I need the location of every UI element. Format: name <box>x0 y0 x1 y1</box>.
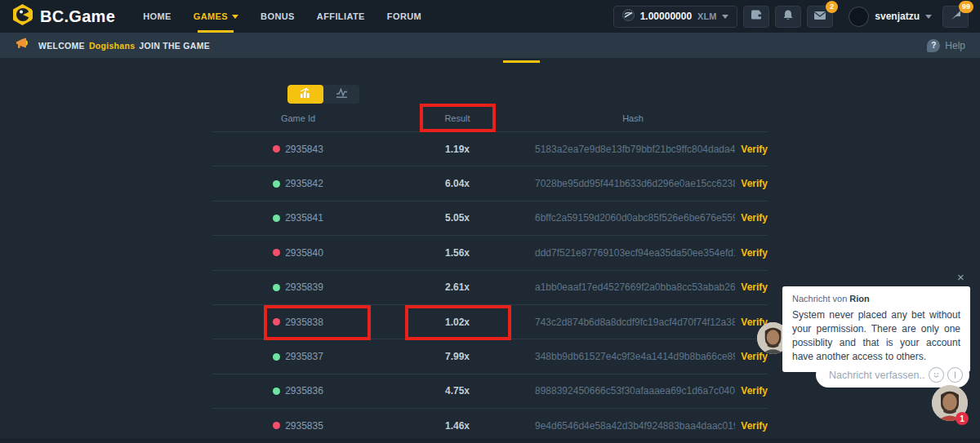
game-id-cell[interactable]: 2935836 <box>212 385 384 396</box>
chat-sender-name: Rion <box>849 294 869 303</box>
nav-item-forum[interactable]: FORUM <box>387 0 421 33</box>
banner-text: WELCOME Dogishans JOIN THE GAME <box>38 41 210 51</box>
bc-game-page: BC.Game HOME GAMES BONUS AFFILIATE FORUM <box>0 0 980 443</box>
nav-item-label: GAMES <box>194 11 228 21</box>
game-id-value: 2935835 <box>285 420 323 432</box>
status-dot <box>273 388 280 395</box>
balance-currency: XLM <box>697 11 716 21</box>
chat-message-card: Nachricht von Rion System never placed a… <box>782 286 970 372</box>
help-label: Help <box>945 40 965 51</box>
brand-hexagon-icon <box>11 3 33 29</box>
table-body: 2935843 1.19x 5183a2ea7e9d8e13fb79bbf21b… <box>212 132 768 443</box>
chat-message-input[interactable] <box>829 370 925 381</box>
result-cell: 1.19x <box>384 144 531 155</box>
hash-cell: 743c2d874b6d8a8dcdf9fc19acf4d70f74f12a38… <box>531 317 735 328</box>
game-id-value: 2935842 <box>285 178 323 189</box>
game-id-cell[interactable]: 2935837 <box>212 351 384 362</box>
game-id-cell[interactable]: 2935839 <box>212 281 384 293</box>
verify-link[interactable]: Verify <box>735 351 768 362</box>
bar-chart-icon <box>299 87 313 102</box>
chat-badge: 99 <box>959 1 973 13</box>
table-row: 2935842 6.04x 7028be95dd95f441b633d6d296… <box>212 166 768 201</box>
nav-item-home[interactable]: HOME <box>143 0 172 33</box>
game-id-cell[interactable]: 2935840 <box>212 247 384 259</box>
game-id-cell[interactable]: 2935843 <box>212 144 384 155</box>
result-cell: 6.04x <box>384 178 531 189</box>
status-dot <box>273 145 280 153</box>
user-avatar <box>849 7 869 27</box>
table-row: 2935837 7.99x 348bb9db61527e4c9f3e4a1414… <box>212 339 768 374</box>
nav-item-games[interactable]: GAMES <box>194 0 238 33</box>
verify-link[interactable]: Verify <box>735 144 768 155</box>
balance-selector[interactable]: 1.00000000 XLM <box>613 6 738 28</box>
hash-cell: a1bb0eaaf17ed4527669f2a0bba8cc53abab26c6… <box>531 281 735 293</box>
chat-message-body: System never placed any bet without your… <box>792 308 960 364</box>
hash-cell: ddd7f521e87769103ecf94ea35da50ee354efd1c… <box>531 247 735 259</box>
status-dot <box>273 422 280 429</box>
trend-line-icon <box>335 87 349 102</box>
game-id-cell[interactable]: 2935835 <box>212 420 384 432</box>
table-row: 2935840 1.56x ddd7f521e87769103ecf94ea35… <box>212 236 768 270</box>
table-row: 2935839 2.61x a1bb0eaaf17ed4527669f2a0bb… <box>212 271 768 305</box>
chat-message-title: Nachricht von Rion <box>792 294 960 303</box>
messages-button[interactable]: 2 <box>807 6 833 28</box>
chevron-down-icon <box>232 15 238 19</box>
wallet-icon <box>750 9 763 24</box>
mail-icon <box>813 9 826 24</box>
bc-game-logo[interactable]: BC.Game <box>11 3 115 29</box>
result-cell: 4.75x <box>384 385 531 396</box>
banner-welcome: WELCOME <box>38 41 85 51</box>
banner-player-name[interactable]: Dogishans <box>89 41 135 51</box>
result-cell: 1.46x <box>384 420 531 432</box>
help-button[interactable]: ? Help <box>927 39 965 52</box>
status-dot <box>273 180 280 188</box>
column-header-hash: Hash <box>531 113 735 123</box>
nav-item-affiliate[interactable]: AFFILIATE <box>317 0 365 33</box>
verify-link[interactable]: Verify <box>735 247 768 259</box>
result-cell: 5.05x <box>384 212 531 224</box>
game-id-cell[interactable]: 2935842 <box>212 178 384 189</box>
hash-cell: 9e4d6546d4e58a42d3b4f924883baa4daac019ce… <box>531 420 735 432</box>
status-dot <box>273 215 280 222</box>
chat-message-from: Nachricht von <box>792 294 847 303</box>
chevron-down-icon <box>722 15 728 19</box>
nav-item-bonus[interactable]: BONUS <box>261 0 295 33</box>
table-row: 2935843 1.19x 5183a2ea7e9d8e13fb79bbf21b… <box>212 132 768 166</box>
top-navbar: BC.Game HOME GAMES BONUS AFFILIATE FORUM <box>0 0 980 33</box>
chat-toggle-button[interactable]: 99 <box>942 6 969 28</box>
verify-link[interactable]: Verify <box>735 178 768 189</box>
annotation-box-1 <box>420 104 496 132</box>
verify-link[interactable]: Verify <box>735 281 768 293</box>
annotation-box-2 <box>264 305 371 340</box>
wallet-button[interactable] <box>743 6 769 28</box>
game-id-value: 2935839 <box>285 281 323 293</box>
trend-view-button[interactable] <box>323 85 359 104</box>
notifications-button[interactable] <box>775 6 801 28</box>
megaphone-icon <box>15 38 29 53</box>
banner-join: JOIN THE GAME <box>139 41 210 51</box>
verify-link[interactable]: Verify <box>735 385 768 396</box>
welcome-banner: WELCOME Dogishans JOIN THE GAME ? Help <box>0 33 980 58</box>
game-id-value: 2935840 <box>285 247 323 259</box>
main-nav: HOME GAMES BONUS AFFILIATE FORUM <box>143 0 421 33</box>
user-menu[interactable]: svenjatzu <box>849 7 932 27</box>
xlm-coin-icon <box>622 9 635 24</box>
status-dot <box>273 284 280 291</box>
verify-link[interactable]: Verify <box>735 212 768 224</box>
status-dot <box>273 249 280 256</box>
info-icon[interactable] <box>947 367 963 383</box>
result-cell: 7.99x <box>384 351 531 362</box>
table-view-button[interactable] <box>287 85 323 104</box>
help-icon: ? <box>927 39 940 52</box>
game-id-cell[interactable]: 2935841 <box>212 212 384 224</box>
active-tab-indicator <box>503 60 540 63</box>
close-icon[interactable]: × <box>957 271 964 283</box>
result-cell: 2.61x <box>384 281 531 293</box>
game-id-value: 2935837 <box>285 351 323 362</box>
chat-input-bar <box>816 362 969 388</box>
game-id-value: 2935841 <box>285 212 323 224</box>
nav-item-label: HOME <box>143 11 172 21</box>
verify-link[interactable]: Verify <box>735 420 768 432</box>
emoji-icon[interactable] <box>929 367 944 383</box>
nav-item-label: AFFILIATE <box>317 11 365 21</box>
